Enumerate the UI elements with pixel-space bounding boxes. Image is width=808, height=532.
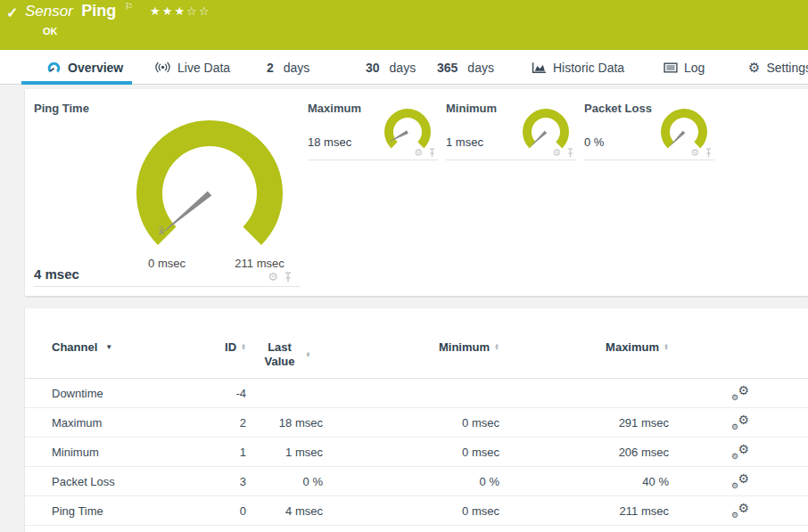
channel-minimum: 0 msec — [323, 446, 499, 459]
tab-settings[interactable]: ⚙ Settings — [748, 50, 808, 85]
column-header-maximum[interactable]: Maximum ▲▼ — [499, 340, 669, 354]
edit-channel-gears-icon[interactable]: ⚙⚙ — [731, 473, 749, 489]
ping-time-value: 4 msec — [34, 266, 79, 282]
channel-name[interactable]: Maximum — [52, 416, 186, 430]
tab-30-days-number: 30 — [366, 61, 380, 75]
channel-minimum: 0 msec — [323, 416, 499, 430]
channel-minimum: 0 % — [323, 475, 499, 488]
channel-last-value: 4 msec — [246, 504, 323, 518]
sort-arrows-icon: ▲▼ — [306, 352, 311, 358]
column-header-minimum-label: Minimum — [439, 340, 490, 354]
gauge-settings-gear-icon[interactable]: ⚙ — [414, 147, 423, 159]
tab-historic-data-label: Historic Data — [553, 61, 624, 75]
table-row: Minimum 1 1 msec 0 msec 206 msec ⚙⚙ — [25, 438, 808, 467]
channel-maximum: 206 msec — [499, 446, 669, 459]
tab-live-data-label: Live Data — [177, 61, 230, 75]
channel-id: 0 — [186, 504, 246, 518]
gauges-panel: Ping Time x̄ 0 msec 211 msec 4 msec ⚙ Ma… — [25, 89, 808, 296]
edit-channel-gears-icon[interactable]: ⚙⚙ — [731, 503, 749, 519]
tab-2-days[interactable]: 2 days — [267, 50, 309, 85]
channel-maximum: 291 msec — [499, 416, 669, 430]
gauge-actions: ⚙ — [690, 147, 713, 159]
priority-stars[interactable]: ★★★☆☆ — [150, 4, 210, 18]
gauge-icon — [46, 60, 62, 75]
edit-channel-gears-icon[interactable]: ⚙⚙ — [731, 444, 749, 460]
channels-panel: Channel ▼ ID ▲▼ Last Value ▲▼ Minimum ▲▼… — [25, 308, 808, 532]
column-header-channel-label: Channel — [52, 340, 97, 354]
gauge-settings-gear-icon[interactable]: ⚙ — [552, 147, 561, 159]
tab-live-data[interactable]: Live Data — [154, 50, 230, 85]
channel-name[interactable]: Minimum — [52, 446, 186, 459]
gauge-settings-gear-icon[interactable]: ⚙ — [268, 270, 278, 283]
tab-historic-data[interactable]: Historic Data — [532, 50, 624, 85]
tab-365-days[interactable]: 365 days — [437, 50, 494, 85]
pin-icon[interactable] — [284, 272, 293, 282]
column-header-id-label: ID — [225, 340, 236, 354]
ping-time-gauge — [120, 104, 299, 251]
column-header-last-value[interactable]: Last Value ▲▼ — [246, 340, 323, 370]
mini-gauge-title: Packet Loss — [584, 102, 652, 115]
priority-flag-icon[interactable]: ⚐ — [125, 1, 134, 12]
mini-gauge-title: Maximum — [308, 102, 361, 115]
channel-name[interactable]: Downtime — [52, 387, 186, 400]
mini-gauge-title: Minimum — [446, 102, 497, 115]
minimum-value: 1 msec — [446, 135, 483, 149]
packet-loss-gauge — [655, 102, 713, 153]
pin-icon[interactable] — [566, 148, 574, 158]
sensor-name: Ping — [81, 2, 116, 20]
column-header-channel[interactable]: Channel ▼ — [52, 340, 186, 354]
sort-arrows-icon: ▲▼ — [664, 344, 669, 350]
sensor-header: ✓ Sensor Ping ⚐ ★★★☆☆ OK — [0, 0, 808, 50]
tab-2-days-number: 2 — [267, 61, 274, 75]
maximum-gauge — [379, 102, 436, 153]
active-tab-indicator — [21, 81, 132, 85]
sensor-status-badge: OK — [43, 26, 58, 37]
table-row: Downtime -4 ⚙⚙ — [25, 379, 808, 408]
sort-caret-down-icon: ▼ — [105, 343, 112, 351]
sensor-title-prefix: Sensor — [25, 3, 73, 20]
average-marker: x̄ — [159, 225, 164, 237]
channel-id: -4 — [186, 387, 246, 400]
area-chart-icon — [532, 61, 547, 74]
pin-icon[interactable] — [705, 148, 713, 158]
channel-id: 3 — [186, 475, 246, 488]
tab-log[interactable]: Log — [664, 50, 705, 85]
tab-365-days-number: 365 — [437, 61, 458, 75]
gauge-scale-min: 0 msec — [137, 257, 196, 270]
minimum-gauge — [517, 102, 574, 153]
sensor-title: Sensor Ping ⚐ ★★★☆☆ — [25, 2, 210, 20]
edit-channel-gears-icon[interactable]: ⚙⚙ — [731, 385, 749, 401]
minimum-gauge-block: Minimum 1 msec ⚙ — [446, 96, 576, 160]
table-row: Maximum 2 18 msec 0 msec 291 msec ⚙⚙ — [25, 408, 808, 438]
column-header-maximum-label: Maximum — [606, 340, 659, 354]
edit-channel-gears-icon[interactable]: ⚙⚙ — [731, 414, 749, 430]
channel-minimum: 0 msec — [323, 504, 499, 518]
tab-365-days-label: days — [467, 61, 494, 75]
gauge-actions: ⚙ — [268, 270, 293, 283]
tab-overview[interactable]: Overview — [46, 50, 123, 85]
channel-last-value: 0 % — [246, 475, 323, 488]
tab-log-label: Log — [684, 61, 705, 75]
channel-id: 1 — [186, 446, 246, 459]
tab-bar: Overview Live Data 2 days 30 days 365 da… — [0, 50, 808, 85]
channel-last-value: 18 msec — [246, 416, 323, 430]
column-header-id[interactable]: ID ▲▼ — [186, 340, 246, 354]
packet-loss-value: 0 % — [584, 135, 604, 149]
tab-settings-label: Settings — [766, 61, 808, 75]
channel-table-header: Channel ▼ ID ▲▼ Last Value ▲▼ Minimum ▲▼… — [25, 335, 808, 379]
column-header-minimum[interactable]: Minimum ▲▼ — [323, 340, 499, 354]
channel-id: 2 — [186, 416, 246, 430]
tab-30-days[interactable]: 30 days — [366, 50, 416, 85]
tab-2-days-label: days — [284, 61, 310, 75]
table-row: Packet Loss 3 0 % 0 % 40 % ⚙⚙ — [25, 467, 808, 496]
packet-loss-gauge-block: Packet Loss 0 % ⚙ — [584, 96, 714, 160]
gauge-settings-gear-icon[interactable]: ⚙ — [690, 147, 699, 159]
channel-name[interactable]: Ping Time — [52, 504, 186, 518]
channel-last-value: 1 msec — [246, 446, 323, 459]
pin-icon[interactable] — [428, 148, 436, 158]
channel-name[interactable]: Packet Loss — [52, 475, 186, 488]
maximum-gauge-block: Maximum 18 msec ⚙ — [308, 96, 438, 160]
tab-overview-label: Overview — [68, 61, 123, 75]
maximum-value: 18 msec — [308, 135, 351, 149]
gauge-actions: ⚙ — [552, 147, 574, 159]
